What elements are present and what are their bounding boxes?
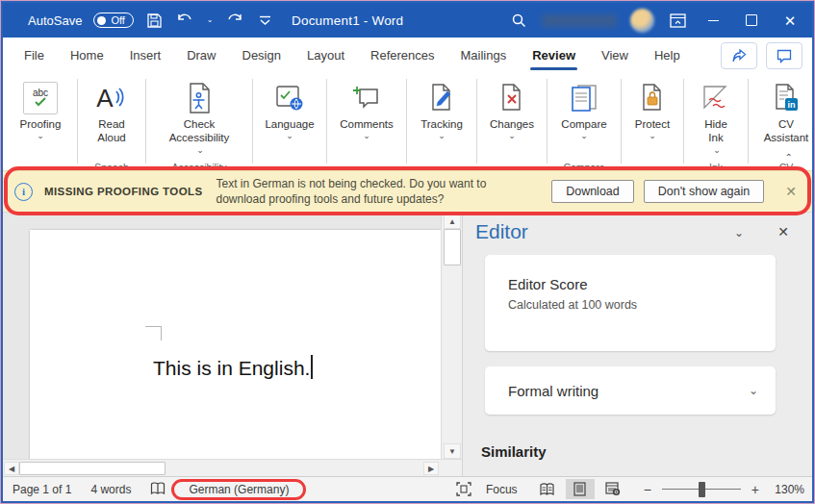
document-page[interactable]: This is in English. xyxy=(30,230,441,460)
language-status-label: German (Germany) xyxy=(189,483,289,496)
protect-icon xyxy=(640,81,665,115)
proofing-status-icon[interactable] xyxy=(140,482,175,496)
comments-button[interactable] xyxy=(766,42,802,69)
new-comment-icon xyxy=(352,81,381,115)
search-icon[interactable] xyxy=(509,11,528,30)
tab-draw[interactable]: Draw xyxy=(185,42,217,68)
language-label: Language xyxy=(265,118,314,130)
text-cursor xyxy=(311,355,313,379)
word-count[interactable]: 4 words xyxy=(81,483,140,496)
page-indicator[interactable]: Page 1 of 1 xyxy=(3,483,81,496)
ribbon-button-hide-ink[interactable]: Hide Ink Ink xyxy=(689,73,743,170)
avatar[interactable] xyxy=(630,9,654,33)
web-layout-icon[interactable] xyxy=(599,479,627,499)
ribbon-button-cv-assistant[interactable]: in CV Assistant CV xyxy=(753,73,812,170)
undo-icon[interactable] xyxy=(176,11,195,30)
scroll-right-icon[interactable]: ▶ xyxy=(423,462,439,475)
document-area: This is in English. ▲ ▼ ◀ ▶ xyxy=(3,212,462,476)
ribbon-button-proofing[interactable]: abc Proofing ⌄ xyxy=(9,73,72,170)
editor-pane-options-icon[interactable]: ⌄ xyxy=(728,224,750,241)
tab-file[interactable]: File xyxy=(22,42,46,68)
quick-access-toolbar-icon[interactable] xyxy=(256,11,275,30)
ribbon-button-changes[interactable]: Changes ⌄ xyxy=(482,73,542,170)
language-status[interactable]: German (Germany) xyxy=(175,483,302,496)
focus-label[interactable]: Focus xyxy=(486,483,518,496)
ribbon-button-language[interactable]: Language ⌄ xyxy=(258,73,321,170)
ribbon-button-tracking[interactable]: Tracking ⌄ xyxy=(412,73,471,170)
collapse-ribbon-icon[interactable]: ⌃ xyxy=(785,152,793,163)
proofing-dropdown-icon: ⌄ xyxy=(37,132,44,140)
notification-close-icon[interactable]: ✕ xyxy=(779,182,802,201)
comments-label: Comments xyxy=(340,118,394,130)
tab-view[interactable]: View xyxy=(599,42,630,68)
scroll-up-icon[interactable]: ▲ xyxy=(444,214,461,229)
horizontal-scrollbar[interactable]: ◀ ▶ xyxy=(3,459,462,476)
info-icon xyxy=(14,183,33,201)
ribbon-button-read-aloud[interactable]: A Read Aloud Speech xyxy=(83,73,140,170)
tab-design[interactable]: Design xyxy=(241,42,283,68)
hide-ink-icon xyxy=(701,81,730,115)
minimize-button[interactable] xyxy=(700,8,726,33)
maximize-button[interactable] xyxy=(739,8,764,33)
tab-home[interactable]: Home xyxy=(68,42,106,68)
horizontal-scroll-thumb[interactable] xyxy=(19,462,166,475)
ribbon-separator xyxy=(77,79,78,164)
editor-pane-close-icon[interactable]: ✕ xyxy=(772,222,795,241)
print-layout-icon[interactable] xyxy=(566,479,595,499)
zoom-level[interactable]: 130% xyxy=(770,483,804,496)
zoom-slider-thumb[interactable] xyxy=(699,482,705,497)
read-mode-icon[interactable] xyxy=(533,479,562,499)
writing-style-dropdown[interactable]: Formal writing ⌄ xyxy=(485,366,776,415)
dont-show-again-button[interactable]: Don't show again xyxy=(644,180,765,203)
read-aloud-icon: A xyxy=(95,81,128,115)
user-name-blurred[interactable] xyxy=(542,14,617,27)
focus-mode-icon[interactable] xyxy=(449,479,478,499)
download-button[interactable]: Download xyxy=(551,180,634,203)
tab-help[interactable]: Help xyxy=(652,42,682,68)
missing-proofing-tools-bar: MISSING PROOFING TOOLS Text in German is… xyxy=(3,170,812,212)
editor-score-title: Editor Score xyxy=(508,276,776,292)
notification-bar-wrap: MISSING PROOFING TOOLS Text in German is… xyxy=(3,170,812,212)
changes-label: Changes xyxy=(490,118,534,130)
ribbon-separator xyxy=(476,79,477,164)
document-text-content: This is in English. xyxy=(153,357,310,379)
tab-references[interactable]: References xyxy=(369,42,436,68)
share-button[interactable] xyxy=(721,42,757,69)
zoom-in-button[interactable]: + xyxy=(749,482,762,497)
compare-label: Compare xyxy=(561,118,606,130)
ribbon-separator xyxy=(621,79,622,164)
ribbon-separator xyxy=(326,79,327,164)
tracking-icon xyxy=(429,81,454,115)
tab-insert[interactable]: Insert xyxy=(128,42,164,68)
group-label-accessibility: Accessibility xyxy=(171,162,226,170)
scroll-left-icon[interactable]: ◀ xyxy=(4,462,19,475)
margin-crop-mark xyxy=(145,326,162,340)
zoom-slider[interactable] xyxy=(662,489,741,490)
language-dropdown-icon: ⌄ xyxy=(286,132,293,140)
close-button[interactable]: ✕ xyxy=(777,8,802,33)
ribbon-button-protect[interactable]: Protect ⌄ xyxy=(626,73,678,170)
protect-label: Protect xyxy=(635,118,670,130)
tab-review[interactable]: Review xyxy=(530,42,577,68)
ribbon-button-comments[interactable]: Comments ⌄ xyxy=(332,73,401,170)
ribbon-button-compare[interactable]: Compare ⌄ Compare xyxy=(552,73,616,170)
vertical-scroll-thumb[interactable] xyxy=(444,229,461,265)
autosave-toggle[interactable]: Off xyxy=(93,13,133,28)
zoom-out-button[interactable]: − xyxy=(641,482,654,497)
tab-mailings[interactable]: Mailings xyxy=(459,42,509,68)
undo-dropdown-icon[interactable]: ⌄ xyxy=(207,16,214,24)
scroll-down-icon[interactable]: ▼ xyxy=(444,443,461,459)
redo-icon[interactable] xyxy=(225,11,244,30)
autosave-label: AutoSave xyxy=(28,13,82,28)
editor-score-card[interactable]: Editor Score Calculated at 100 words xyxy=(485,255,776,351)
cv-assistant-icon: in xyxy=(772,81,801,115)
ribbon-display-options-icon[interactable] xyxy=(668,11,687,30)
save-icon[interactable] xyxy=(145,11,165,30)
check-accessibility-label: Check Accessibility xyxy=(159,118,240,145)
document-text[interactable]: This is in English. xyxy=(153,355,313,380)
compare-icon xyxy=(569,81,599,115)
group-label-compare: Compare xyxy=(563,162,604,170)
vertical-scrollbar[interactable]: ▲ ▼ xyxy=(441,213,462,460)
ribbon-button-check-accessibility[interactable]: Check Accessibility Accessibility xyxy=(151,73,247,170)
tab-layout[interactable]: Layout xyxy=(305,42,346,68)
